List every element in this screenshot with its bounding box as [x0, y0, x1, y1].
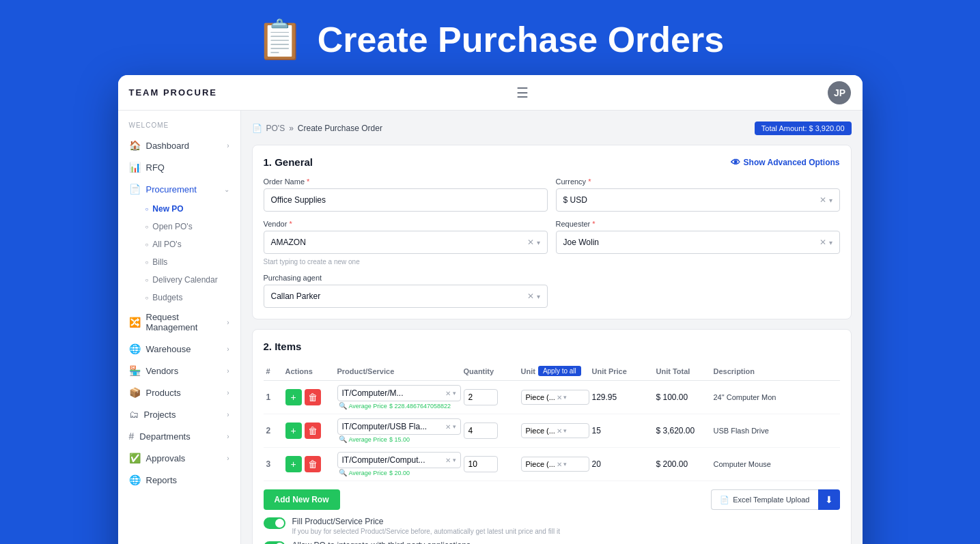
sidebar-item-reports[interactable]: 🌐 Reports	[118, 469, 240, 491]
vendor-clear-btn[interactable]: ✕	[527, 238, 534, 247]
fill-price-toggle[interactable]	[264, 517, 285, 529]
chevron-icon: ›	[227, 142, 229, 149]
unit-clear-btn[interactable]: ✕	[557, 427, 562, 435]
quantity-cell	[464, 423, 518, 439]
unit-total-cell: $ 100.00	[656, 392, 711, 402]
sidebar-subitem-delivery-calendar[interactable]: Delivery Calendar	[140, 271, 240, 289]
product-clear-btn[interactable]: ✕	[445, 457, 451, 464]
search-icon[interactable]: 🔍	[339, 469, 347, 476]
quantity-input[interactable]	[464, 423, 498, 439]
product-clear-btn[interactable]: ✕	[445, 390, 451, 397]
show-advanced-btn[interactable]: 👁 Show Advanced Options	[731, 157, 840, 168]
sidebar-item-label: Projects	[144, 410, 176, 420]
sidebar-item-vendors[interactable]: 🏪 Vendors ›	[118, 360, 240, 382]
requester-dropdown-btn[interactable]: ▾	[829, 239, 832, 246]
chevron-icon: ›	[227, 319, 229, 326]
unit-clear-btn[interactable]: ✕	[557, 394, 562, 401]
delete-row-btn[interactable]: 🗑	[305, 389, 321, 405]
banner-title: Create Purchase Orders	[318, 19, 724, 60]
currency-group: Currency * $ USD ✕ ▾	[556, 177, 840, 212]
product-dropdown-btn[interactable]: ▾	[453, 457, 456, 463]
unit-dropdown-btn[interactable]: ▾	[563, 461, 567, 468]
sidebar-item-request-management[interactable]: 🔀 Request Management ›	[118, 306, 240, 338]
order-name-group: Order Name * Office Supplies	[264, 177, 548, 212]
product-clear-btn[interactable]: ✕	[445, 423, 451, 431]
requester-input[interactable]: Joe Wolin ✕ ▾	[556, 231, 840, 254]
allow-integrate-toggle[interactable]	[264, 541, 285, 544]
search-icon[interactable]: 🔍	[339, 435, 347, 443]
search-icon[interactable]: 🔍	[339, 402, 347, 410]
col-num: #	[266, 367, 283, 375]
main-layout: WELCOME 🏠 Dashboard › 📊 RFQ 📄 Procuremen…	[118, 111, 863, 544]
sidebar-item-label: Approvals	[146, 453, 186, 463]
unit-dropdown-btn[interactable]: ▾	[563, 394, 567, 401]
rfq-icon: 📊	[129, 162, 141, 173]
currency-input[interactable]: $ USD ✕ ▾	[556, 188, 840, 212]
unit-cell[interactable]: Piece (... ✕ ▾	[521, 457, 589, 472]
sidebar-subitem-budgets[interactable]: Budgets	[140, 289, 240, 306]
product-dropdown-btn[interactable]: ▾	[453, 390, 456, 397]
sidebar-subitem-all-po[interactable]: All PO's	[140, 235, 240, 253]
total-amount-badge: Total Amount: $ 3,920.00	[755, 121, 852, 135]
unit-dropdown-btn[interactable]: ▾	[563, 427, 567, 434]
breadcrumb: 📄 PO'S » Create Purchase Order	[252, 124, 382, 133]
sidebar-item-departments[interactable]: # Departments ›	[118, 425, 240, 447]
app-logo: TEAM PROCURE	[129, 87, 217, 98]
col-unit-price: Unit Price	[592, 367, 654, 375]
quantity-cell	[464, 389, 518, 405]
items-table-header: # Actions Product/Service Quantity Unit …	[264, 362, 840, 381]
quantity-input[interactable]	[464, 456, 498, 472]
purchasing-agent-input[interactable]: Callan Parker ✕ ▾	[264, 285, 548, 308]
download-button[interactable]: ⬇	[818, 489, 840, 510]
row-actions: + 🗑	[285, 389, 335, 405]
agent-clear-btn[interactable]: ✕	[527, 291, 534, 301]
delete-row-btn[interactable]: 🗑	[305, 456, 321, 472]
unit-cell[interactable]: Piece (... ✕ ▾	[521, 390, 589, 405]
general-section-title: 1. General 👁 Show Advanced Options	[264, 156, 840, 168]
sidebar-subitem-open-po[interactable]: Open PO's	[140, 218, 240, 235]
sidebar-item-rfq[interactable]: 📊 RFQ	[118, 156, 240, 178]
chevron-icon: ›	[227, 433, 229, 440]
add-row-btn[interactable]: +	[285, 389, 302, 405]
products-icon: 📦	[129, 387, 141, 398]
currency-clear-btn[interactable]: ✕	[820, 195, 826, 205]
delete-row-btn[interactable]: 🗑	[305, 423, 321, 439]
currency-label: Currency *	[556, 177, 840, 186]
sidebar-welcome: WELCOME	[118, 121, 240, 134]
product-dropdown-btn[interactable]: ▾	[453, 423, 456, 430]
banner-icon: 📋	[256, 20, 304, 59]
unit-cell[interactable]: Piece (... ✕ ▾	[521, 423, 589, 438]
sidebar: WELCOME 🏠 Dashboard › 📊 RFQ 📄 Procuremen…	[118, 111, 241, 544]
request-mgmt-icon: 🔀	[129, 317, 141, 328]
sidebar-item-warehouse[interactable]: 🌐 Warehouse ›	[118, 338, 240, 360]
sidebar-item-products[interactable]: 📦 Products ›	[118, 382, 240, 403]
product-input[interactable]: IT/Computer/M... ✕ ▾	[337, 385, 461, 401]
sidebar-item-projects[interactable]: 🗂 Projects ›	[118, 403, 240, 425]
excel-upload-button[interactable]: 📄 Excel Template Upload	[711, 489, 817, 510]
apply-to-all-btn[interactable]: Apply to all	[538, 366, 581, 376]
sidebar-subitem-new-po[interactable]: New PO	[140, 200, 240, 218]
sidebar-item-dashboard[interactable]: 🏠 Dashboard ›	[118, 134, 240, 156]
sidebar-subitem-bills[interactable]: Bills	[140, 253, 240, 271]
quantity-input[interactable]	[464, 389, 498, 405]
add-row-btn[interactable]: +	[285, 423, 302, 439]
unit-clear-btn[interactable]: ✕	[557, 461, 562, 468]
agent-dropdown-btn[interactable]: ▾	[537, 293, 540, 300]
order-name-input[interactable]: Office Supplies	[264, 188, 548, 212]
requester-clear-btn[interactable]: ✕	[820, 238, 826, 247]
vendor-dropdown-btn[interactable]: ▾	[537, 239, 540, 246]
avatar[interactable]: JP	[828, 81, 851, 104]
add-row-btn[interactable]: +	[285, 456, 302, 472]
sidebar-item-label: Warehouse	[146, 344, 191, 354]
sidebar-item-approvals[interactable]: ✅ Approvals ›	[118, 447, 240, 469]
row-number: 3	[266, 459, 283, 469]
product-input[interactable]: IT/Computer/Comput... ✕ ▾	[337, 452, 461, 468]
product-input[interactable]: IT/Computer/USB Fla... ✕ ▾	[337, 418, 461, 435]
currency-dropdown-btn[interactable]: ▾	[829, 197, 832, 204]
add-new-row-button[interactable]: Add New Row	[264, 489, 340, 510]
chevron-icon: ›	[227, 411, 229, 418]
menu-icon[interactable]: ☰	[516, 85, 529, 101]
chevron-icon: ›	[227, 455, 229, 462]
sidebar-item-procurement[interactable]: 📄 Procurement ⌄	[118, 178, 240, 200]
vendor-input[interactable]: AMAZON ✕ ▾	[264, 231, 548, 254]
